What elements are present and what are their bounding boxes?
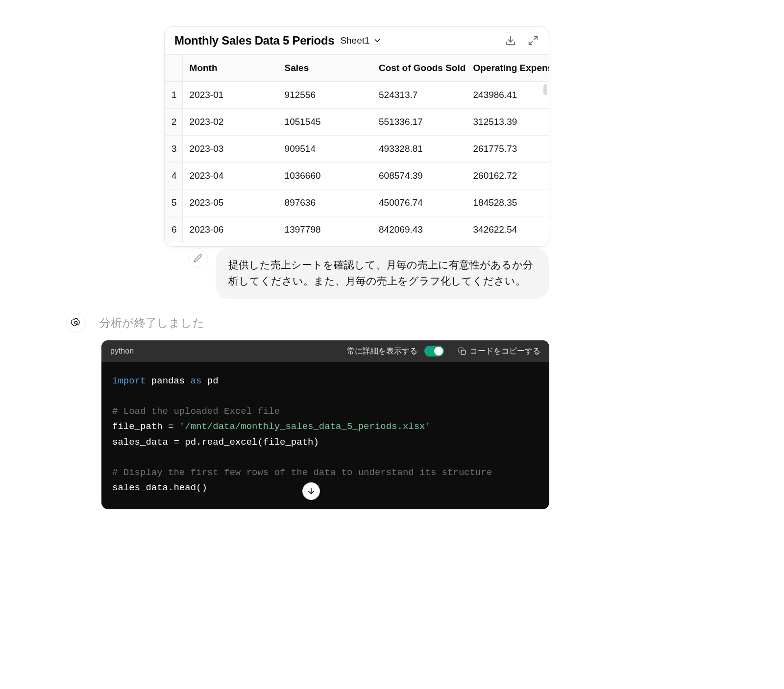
- cell-sales: 909514: [278, 136, 372, 163]
- chevron-down-icon: [373, 36, 382, 45]
- cell-month: 2023-05: [182, 190, 277, 216]
- cell-opex: 243986.41: [466, 82, 549, 109]
- svg-line-2: [529, 42, 532, 45]
- sheet-selector[interactable]: Sheet1: [340, 35, 381, 46]
- card-header: Monthly Sales Data 5 Periods Sheet1: [165, 27, 549, 54]
- cell-month: 2023-02: [182, 109, 277, 136]
- table-row[interactable]: 12023-01912556524313.7243986.41: [165, 82, 549, 109]
- row-index: 5: [165, 190, 182, 216]
- row-index: 2: [165, 109, 182, 136]
- row-index: 4: [165, 163, 182, 190]
- cell-month: 2023-04: [182, 163, 277, 190]
- table-row[interactable]: 42023-041036660608574.39260162.72: [165, 163, 549, 190]
- assistant-avatar: [66, 313, 86, 333]
- scroll-to-bottom-button[interactable]: [302, 482, 320, 500]
- scrollbar-thumb[interactable]: [543, 84, 547, 95]
- edit-message-button[interactable]: [188, 248, 208, 268]
- sheet-name: Sheet1: [340, 35, 369, 46]
- code-language-label: python: [110, 347, 134, 356]
- code-header: python 常に詳細を表示する コードをコピーする: [101, 340, 549, 362]
- code-block: python 常に詳細を表示する コードをコピーする import pandas…: [101, 340, 549, 509]
- cell-cogs: 524313.7: [372, 82, 466, 109]
- row-index: 6: [165, 216, 182, 243]
- cell-month: 2023-06: [182, 216, 277, 243]
- download-icon[interactable]: [505, 35, 516, 47]
- assistant-row: 分析が終了しました: [66, 313, 549, 333]
- table-row[interactable]: 22023-021051545551336.17312513.39: [165, 109, 549, 136]
- row-index: 1: [165, 82, 182, 109]
- cell-sales: 1036660: [278, 163, 372, 190]
- data-card: Monthly Sales Data 5 Periods Sheet1 Mont…: [164, 26, 549, 247]
- cell-opex: 261775.73: [466, 136, 549, 163]
- data-table: Month Sales Cost of Goods Sold Operating…: [165, 54, 549, 243]
- cell-sales: 1397798: [278, 216, 372, 243]
- always-show-detail-toggle[interactable]: [424, 346, 444, 356]
- col-opex[interactable]: Operating Expense: [466, 55, 549, 82]
- cell-opex: 260162.72: [466, 163, 549, 190]
- table-row[interactable]: 62023-061397798842069.43342622.54: [165, 216, 549, 243]
- copy-code-label: コードをコピーする: [470, 346, 540, 356]
- separator: [451, 346, 451, 356]
- row-index: 3: [165, 136, 182, 163]
- openai-logo-icon: [71, 317, 81, 328]
- expand-icon[interactable]: [527, 35, 539, 47]
- copy-code-button[interactable]: コードをコピーする: [458, 346, 540, 356]
- svg-line-1: [534, 37, 537, 40]
- assistant-status: 分析が終了しました: [99, 315, 204, 331]
- cell-cogs: 450076.74: [372, 190, 466, 216]
- col-month[interactable]: Month: [182, 55, 277, 82]
- always-show-detail-label: 常に詳細を表示する: [347, 346, 417, 356]
- table-header-row: Month Sales Cost of Goods Sold Operating…: [165, 55, 549, 82]
- cell-cogs: 608574.39: [372, 163, 466, 190]
- user-message-row: 提供した売上シートを確認して、月毎の売上に有意性があるか分析してください。また、…: [188, 248, 549, 299]
- pencil-icon: [194, 254, 202, 262]
- table-row[interactable]: 52023-05897636450076.74184528.35: [165, 190, 549, 216]
- svg-rect-4: [461, 350, 466, 355]
- arrow-down-icon: [307, 487, 316, 496]
- cell-month: 2023-01: [182, 82, 277, 109]
- col-cogs[interactable]: Cost of Goods Sold: [372, 55, 466, 82]
- col-index: [165, 55, 182, 82]
- code-header-right: 常に詳細を表示する コードをコピーする: [347, 346, 540, 356]
- cell-sales: 1051545: [278, 109, 372, 136]
- cell-sales: 897636: [278, 190, 372, 216]
- cell-opex: 184528.35: [466, 190, 549, 216]
- user-message-bubble: 提供した売上シートを確認して、月毎の売上に有意性があるか分析してください。また、…: [216, 248, 549, 299]
- toggle-knob: [434, 347, 443, 356]
- card-actions: [505, 35, 539, 47]
- cell-opex: 342622.54: [466, 216, 549, 243]
- cell-opex: 312513.39: [466, 109, 549, 136]
- code-body[interactable]: import pandas as pd # Load the uploaded …: [101, 362, 549, 507]
- cell-cogs: 842069.43: [372, 216, 466, 243]
- cell-month: 2023-03: [182, 136, 277, 163]
- svg-point-3: [74, 321, 77, 324]
- col-sales[interactable]: Sales: [278, 55, 372, 82]
- cell-cogs: 551336.17: [372, 109, 466, 136]
- copy-icon: [458, 347, 466, 355]
- cell-sales: 912556: [278, 82, 372, 109]
- card-title: Monthly Sales Data 5 Periods: [174, 34, 334, 48]
- cell-cogs: 493328.81: [372, 136, 466, 163]
- table-row[interactable]: 32023-03909514493328.81261775.73: [165, 136, 549, 163]
